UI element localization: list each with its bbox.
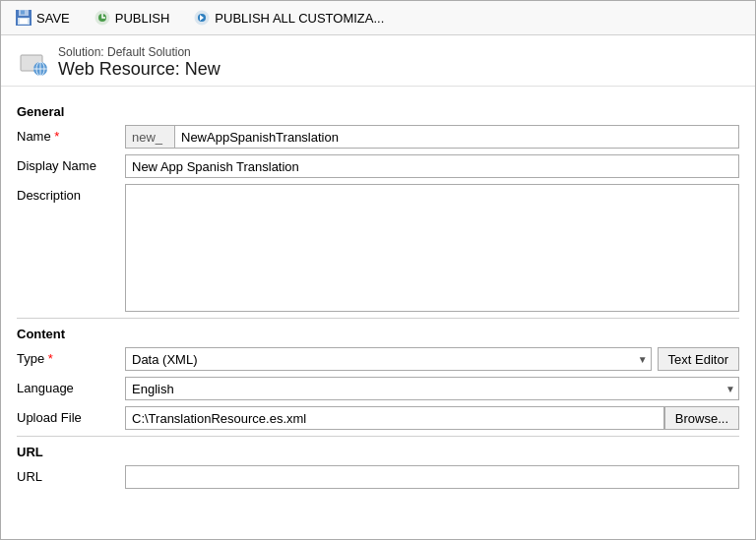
name-label: Name * (17, 125, 125, 144)
page-header: Solution: Default Solution Web Resource:… (1, 35, 755, 87)
url-divider (17, 436, 739, 437)
type-field: Data (XML) HTML CSS Script (JScript) PNG… (125, 347, 739, 371)
upload-file-input[interactable] (125, 406, 664, 430)
url-section-label: URL (17, 445, 739, 459)
publish-all-label: PUBLISH ALL CUSTOMIZA... (215, 11, 384, 26)
save-button[interactable]: SAVE (11, 7, 74, 29)
save-icon (15, 9, 32, 27)
page-title: Web Resource: New (58, 59, 220, 80)
description-label: Description (17, 184, 125, 203)
url-label: URL (17, 465, 125, 484)
toolbar: SAVE PUBLISH PUBLISH ALL CUSTOMIZA... (1, 1, 755, 35)
language-label: Language (17, 377, 125, 395)
url-input (125, 465, 739, 489)
svg-rect-4 (20, 19, 28, 24)
language-select-wrap: English Spanish French German ▼ (125, 377, 739, 400)
language-select[interactable]: English Spanish French German (125, 377, 739, 400)
description-row: Description (17, 184, 739, 312)
display-name-label: Display Name (17, 154, 125, 173)
svg-rect-2 (21, 11, 25, 15)
save-label: SAVE (36, 11, 70, 26)
name-row: Name * new_ (17, 125, 739, 149)
header-text: Solution: Default Solution Web Resource:… (58, 45, 220, 80)
upload-file-row: Upload File Browse... (17, 406, 739, 430)
section-divider (17, 318, 739, 319)
form-content: General Name * new_ Display Name Descrip… (1, 87, 755, 505)
publish-icon (94, 9, 111, 27)
header-icon (17, 47, 48, 79)
display-name-row: Display Name (17, 154, 739, 178)
main-window: SAVE PUBLISH PUBLISH ALL CUSTOMIZA... (0, 0, 756, 540)
type-required: * (44, 351, 53, 366)
display-name-field (125, 154, 739, 178)
publish-all-icon (193, 9, 211, 27)
description-input[interactable] (125, 184, 739, 312)
name-prefix: new_ (125, 125, 174, 149)
publish-button[interactable]: PUBLISH (90, 7, 174, 29)
type-select[interactable]: Data (XML) HTML CSS Script (JScript) PNG… (125, 347, 652, 371)
name-field: new_ (125, 125, 739, 149)
content-section-label: Content (17, 327, 739, 341)
solution-line: Solution: Default Solution (58, 45, 220, 59)
publish-all-button[interactable]: PUBLISH ALL CUSTOMIZA... (189, 7, 388, 29)
type-select-wrap: Data (XML) HTML CSS Script (JScript) PNG… (125, 347, 652, 371)
browse-button[interactable]: Browse... (664, 406, 739, 430)
description-field (125, 184, 739, 312)
type-label: Type * (17, 347, 125, 366)
url-row: URL (17, 465, 739, 489)
publish-label: PUBLISH (115, 11, 170, 26)
name-input[interactable] (174, 125, 739, 149)
text-editor-button[interactable]: Text Editor (658, 347, 739, 371)
display-name-input[interactable] (125, 154, 739, 178)
upload-row: Browse... (125, 406, 739, 430)
upload-file-label: Upload File (17, 406, 125, 425)
language-row: Language English Spanish French German ▼ (17, 377, 739, 400)
general-section-label: General (17, 104, 739, 119)
type-row: Type * Data (XML) HTML CSS Script (JScri… (17, 347, 739, 371)
language-field: English Spanish French German ▼ (125, 377, 739, 400)
url-field (125, 465, 739, 489)
upload-file-field: Browse... (125, 406, 739, 430)
name-required: * (51, 129, 60, 144)
